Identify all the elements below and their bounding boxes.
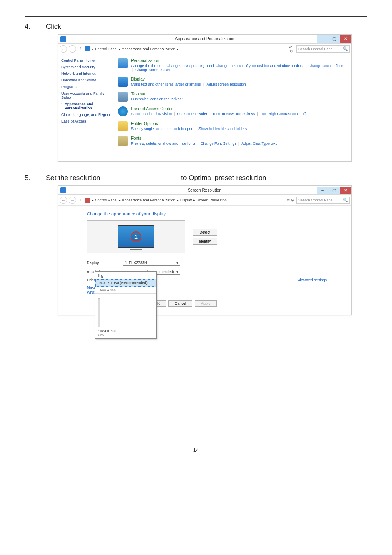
- search-input[interactable]: Search Control Panel 🔍: [296, 197, 350, 204]
- window-title: Appearance and Personalization: [58, 37, 351, 41]
- dropdown-label-high: High: [95, 272, 156, 279]
- link-font-settings[interactable]: Change Font Settings: [201, 141, 236, 146]
- category-personalization[interactable]: Personalization: [131, 58, 347, 63]
- window-screen-resolution: Screen Resolution – ▢ ✕ ← → ↑ ▸Control P…: [58, 185, 352, 315]
- control-panel-icon: [85, 198, 90, 203]
- sidebar-item-network[interactable]: Network and Internet: [61, 72, 112, 76]
- category-taskbar[interactable]: Taskbar: [131, 92, 183, 96]
- sidebar-item-system[interactable]: System and Security: [61, 65, 112, 69]
- link-adjust-resolution[interactable]: Adjust screen resolution: [206, 82, 246, 86]
- link-taskbar-icons[interactable]: Customize icons on the taskbar: [131, 97, 183, 101]
- address-bar: ← → ↑ ▸ Control Panel ▸ Appearance and P…: [58, 44, 351, 54]
- dropdown-item-1600[interactable]: 1600 × 900: [95, 287, 156, 293]
- sidebar: Control Panel Home System and Security N…: [58, 54, 115, 161]
- window-icon: [60, 36, 66, 42]
- category-fonts[interactable]: Fonts: [131, 136, 277, 141]
- display-label: Display:: [87, 261, 120, 265]
- back-button[interactable]: ←: [60, 197, 67, 204]
- maximize-button[interactable]: ▢: [328, 35, 340, 43]
- minimize-button[interactable]: –: [317, 187, 328, 194]
- step-text: Click: [46, 23, 61, 31]
- step-number: 4.: [25, 23, 35, 31]
- page-heading: Change the appearance of your display: [87, 211, 343, 216]
- apply-button[interactable]: Apply: [195, 300, 217, 307]
- search-icon: 🔍: [343, 46, 348, 51]
- search-input[interactable]: Search Control Panel 🔍: [296, 45, 350, 53]
- dropdown-item-1024[interactable]: 1024 × 768: [98, 329, 154, 333]
- titlebar: Appearance and Personalization – ▢ ✕: [58, 35, 351, 44]
- breadcrumb[interactable]: ▸ Control Panel ▸ Appearance and Persona…: [92, 47, 285, 51]
- cancel-button[interactable]: Cancel: [168, 300, 192, 307]
- link-click-open[interactable]: Specify single- or double-click to open: [131, 127, 194, 131]
- identify-button[interactable]: Identify: [193, 238, 217, 245]
- search-icon: 🔍: [343, 198, 348, 202]
- sidebar-item-clock[interactable]: Clock, Language, and Region: [61, 113, 112, 117]
- detect-button[interactable]: Detect: [193, 229, 217, 236]
- link-hidden-files[interactable]: Show hidden files and folders: [198, 127, 247, 131]
- page-number: 14: [25, 447, 367, 453]
- close-button[interactable]: ✕: [340, 187, 351, 194]
- window-appearance: Appearance and Personalization – ▢ ✕ ← →…: [58, 34, 352, 162]
- window-icon: [60, 187, 66, 193]
- breadcrumb[interactable]: ▸Control Panel ▸Appearance and Personali…: [92, 198, 285, 202]
- taskbar-icon: [118, 92, 128, 102]
- link-change-bg[interactable]: Change desktop background: [166, 64, 214, 68]
- step-number: 5.: [25, 174, 35, 182]
- category-ease[interactable]: Ease of Access Center: [131, 106, 306, 111]
- resolution-slider[interactable]: [98, 298, 100, 327]
- link-change-sounds[interactable]: Change sound effects: [308, 64, 344, 68]
- personalization-icon: [118, 58, 128, 68]
- link-low-vision[interactable]: Accommodate low vision: [131, 112, 172, 116]
- display-icon: [118, 77, 128, 87]
- link-easy-keys[interactable]: Turn on easy access keys: [212, 112, 255, 116]
- close-button[interactable]: ✕: [340, 35, 351, 43]
- address-bar: ← → ↑ ▸Control Panel ▸Appearance and Per…: [58, 195, 351, 206]
- forward-button[interactable]: →: [69, 45, 76, 53]
- advanced-settings-link[interactable]: Advanced settings: [296, 278, 327, 282]
- category-display[interactable]: Display: [131, 77, 246, 81]
- link-text-size[interactable]: Make text and other items larger or smal…: [131, 82, 201, 86]
- chevron-down-icon: ▾: [176, 261, 178, 265]
- forward-button[interactable]: →: [69, 197, 76, 204]
- up-button[interactable]: ↑: [78, 197, 83, 203]
- refresh-button[interactable]: ⟳ ⊘: [286, 198, 295, 202]
- control-panel-icon: [85, 46, 90, 51]
- main-content: Personalization Change the theme| Change…: [115, 54, 351, 161]
- back-button[interactable]: ←: [60, 45, 67, 53]
- monitor-number-badge: 1: [131, 231, 141, 242]
- link-change-color[interactable]: Change the color of your taskbar and win…: [216, 64, 304, 68]
- link-change-theme[interactable]: Change the theme: [131, 64, 161, 68]
- minimize-button[interactable]: –: [317, 35, 328, 43]
- step-text-b: to Optimal preset resolution: [181, 174, 266, 182]
- sidebar-item-users[interactable]: User Accounts and Family Safety: [61, 91, 112, 99]
- folder-icon: [118, 121, 128, 131]
- main-content: Change the appearance of your display 1 …: [58, 206, 351, 315]
- link-change-saver[interactable]: Change screen saver: [135, 68, 171, 72]
- chevron-down-icon: ▾: [176, 270, 178, 274]
- sidebar-item-ease[interactable]: Ease of Access: [61, 119, 112, 123]
- link-cleartype[interactable]: Adjust ClearType text: [241, 141, 277, 146]
- titlebar: Screen Resolution – ▢ ✕: [58, 186, 351, 195]
- resolution-dropdown[interactable]: High 1920 × 1080 (Recommended) 1600 × 90…: [95, 271, 157, 339]
- sidebar-item-hardware[interactable]: Hardware and Sound: [61, 78, 112, 82]
- dropdown-item-recommended[interactable]: 1920 × 1080 (Recommended): [95, 279, 156, 287]
- up-button[interactable]: ↑: [78, 46, 83, 52]
- sidebar-item-appearance[interactable]: Appearance and Personalization: [61, 102, 112, 110]
- window-title: Screen Resolution: [58, 188, 351, 192]
- step-5: 5. Set the resolution to Optimal preset …: [25, 174, 367, 182]
- step-text-a: Set the resolution: [46, 174, 100, 182]
- fonts-icon: [118, 136, 128, 146]
- ease-icon: [118, 106, 128, 116]
- link-high-contrast[interactable]: Turn High Contrast on or off: [260, 112, 306, 116]
- step-4: 4. Click: [25, 23, 367, 31]
- category-folder[interactable]: Folder Options: [131, 121, 247, 126]
- link-preview-fonts[interactable]: Preview, delete, or show and hide fonts: [131, 141, 196, 146]
- monitor-1[interactable]: 1: [118, 225, 154, 248]
- sidebar-item-programs[interactable]: Programs: [61, 85, 112, 89]
- display-select[interactable]: 1. PLX2783H▾: [123, 260, 180, 266]
- sidebar-item-home[interactable]: Control Panel Home: [61, 58, 112, 62]
- link-screen-reader[interactable]: Use screen reader: [177, 112, 207, 116]
- display-preview[interactable]: 1: [87, 220, 185, 253]
- maximize-button[interactable]: ▢: [328, 187, 340, 194]
- refresh-button[interactable]: ⟳ ⊘: [286, 45, 295, 53]
